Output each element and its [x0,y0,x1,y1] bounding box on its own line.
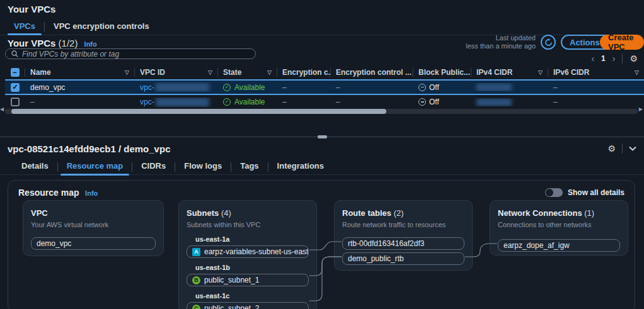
route-table-chip[interactable]: demo_public_rtb [342,252,464,265]
az-label: us-east-1b [195,264,309,271]
search-box [5,48,256,59]
list-title-text: Your VPCs [8,38,55,48]
filter-icon[interactable] [125,69,129,76]
filter-icon[interactable] [267,69,272,76]
cell-name: demo_vpc [25,83,135,92]
cell-vpc-id: vpc- [135,82,218,92]
panel-settings-gear-icon[interactable]: ⚙ [607,144,616,153]
table-row[interactable]: – vpc- Available – – Off – [5,95,644,109]
table-row[interactable]: demo_vpc vpc- Available – – Off – [5,79,644,95]
subnet-chip[interactable]: C public_subnet_2 [187,302,309,309]
toggle-switch[interactable] [545,188,563,197]
redacted-vpc-id [156,98,209,107]
filter-icon[interactable] [538,69,543,76]
subnets-card-title: Subnets (4) [187,208,309,218]
tab-vpcs[interactable]: VPCs [5,19,44,35]
page-number[interactable]: 1 [601,54,606,63]
vpc-id-link[interactable]: vpc- [140,83,154,92]
filter-icon[interactable] [208,69,212,76]
vpc-id-link[interactable]: vpc- [140,98,154,106]
column-header-ipv6-cidr[interactable]: IPv6 CIDR [548,68,644,77]
subnets-card-subtitle: Subnets within this VPC [187,221,309,228]
tab-details[interactable]: Details [13,159,57,175]
tab-tags[interactable]: Tags [231,159,267,175]
status-off-icon [418,98,426,106]
previous-page-icon[interactable]: ‹ [591,54,594,63]
row-checkbox[interactable] [11,98,20,106]
status-available-icon [223,98,231,106]
cell-ipv6-cidr: – [548,83,644,92]
cell-block-public: Off [413,98,471,106]
redacted-ipv4-cidr [476,98,512,106]
subnet-chip[interactable]: B public_subnet_1 [187,274,309,286]
az-b-badge-icon: B [192,276,200,284]
redacted-vpc-id [156,82,209,92]
tab-cidrs[interactable]: CIDRs [132,159,175,175]
vpc-card-title: VPC [31,208,156,218]
select-all-checkbox[interactable] [11,68,20,77]
tab-flow-logs[interactable]: Flow logs [175,159,231,175]
tab-vpc-encryption-controls[interactable]: VPC encryption controls [45,19,158,35]
cell-encryption: – [277,83,331,92]
subnet-chip[interactable]: A earpz-variables-subnet-us-east-1a [187,245,309,258]
row-checkbox[interactable] [11,83,20,92]
az-a-badge-icon: A [192,248,200,256]
horizontal-scrollbar[interactable] [5,109,638,114]
subnets-card: Subnets (4) Subnets within this VPC us-e… [178,200,317,309]
cell-encryption: – [277,98,331,106]
tab-integrations[interactable]: Integrations [268,159,333,175]
next-page-icon[interactable]: › [612,54,616,63]
column-header-name[interactable]: Name [25,68,135,77]
column-header-block-public[interactable]: Block Public... [413,68,471,77]
route-tables-card: Route tables (2) Route network traffic t… [334,200,473,271]
vpc-card: VPC Your AWS virtual network demo_vpc [23,200,164,256]
cell-state: Available [218,83,277,92]
split-panel-drag-handle[interactable] [318,135,327,138]
az-label: us-east-1a [195,235,309,243]
internet-gateway-chip[interactable]: earpz_dope_af_igw [498,239,620,252]
resource-map-header: Resource map Info Show all details [8,181,635,198]
column-header-encryption[interactable]: Encryption c... [277,68,331,77]
scrollbar-thumb[interactable] [11,109,386,114]
column-header-encryption-control[interactable]: Encryption control ... [331,68,413,77]
resource-map-title: Resource map [18,188,79,198]
status-off-icon [418,84,426,91]
table-settings-gear-icon[interactable]: ⚙ [630,54,638,63]
search-icon [11,50,18,57]
column-header-ipv4-cidr[interactable]: IPv4 CIDR [471,68,548,77]
az-label: us-east-1c [195,292,309,300]
route-table-chip[interactable]: rtb-00dfd163416af2df3 [342,237,464,250]
filter-icon[interactable] [635,69,639,76]
route-tables-card-subtitle: Route network traffic to resources [342,221,464,228]
search-input[interactable] [22,50,250,59]
pagination: ‹ 1 › ⚙ [591,52,638,65]
vpc-chip[interactable]: demo_vpc [31,237,156,250]
divider [622,53,623,64]
vpc-table: Name VPC ID State Encryption c... Encryp… [5,65,644,109]
route-tables-card-title: Route tables (2) [342,208,464,218]
vpc-console: Your VPCs VPCs VPC encryption controls Y… [0,0,644,309]
cell-encryption-control: – [331,98,413,106]
show-all-details-toggle[interactable]: Show all details [545,188,624,197]
list-count: (1/2) [59,38,78,48]
refresh-button[interactable] [541,35,556,50]
cell-name: – [25,98,135,106]
chevron-down-icon [629,146,636,151]
column-header-state[interactable]: State [218,68,277,77]
cell-vpc-id: vpc- [135,98,218,107]
column-header-vpc-id[interactable]: VPC ID [135,68,218,77]
cell-block-public: Off [413,83,471,92]
cell-ipv4-cidr [471,98,548,106]
tab-resource-map[interactable]: Resource map [58,159,132,175]
az-c-badge-icon: C [192,305,200,309]
redacted-ipv4-cidr [476,83,512,91]
info-link[interactable]: Info [85,189,98,197]
scroll-right-icon[interactable]: ▶ [639,107,643,112]
table-header-row: Name VPC ID State Encryption c... Encryp… [5,65,644,79]
refresh-icon [544,38,553,47]
scroll-left-icon[interactable]: ◀ [0,107,4,112]
vpc-list-title: Your VPCs (1/2) Info [8,38,97,48]
info-link[interactable]: Info [84,40,97,48]
collapse-panel-button[interactable] [629,146,636,151]
create-vpc-button[interactable]: Create VPC [600,35,644,50]
